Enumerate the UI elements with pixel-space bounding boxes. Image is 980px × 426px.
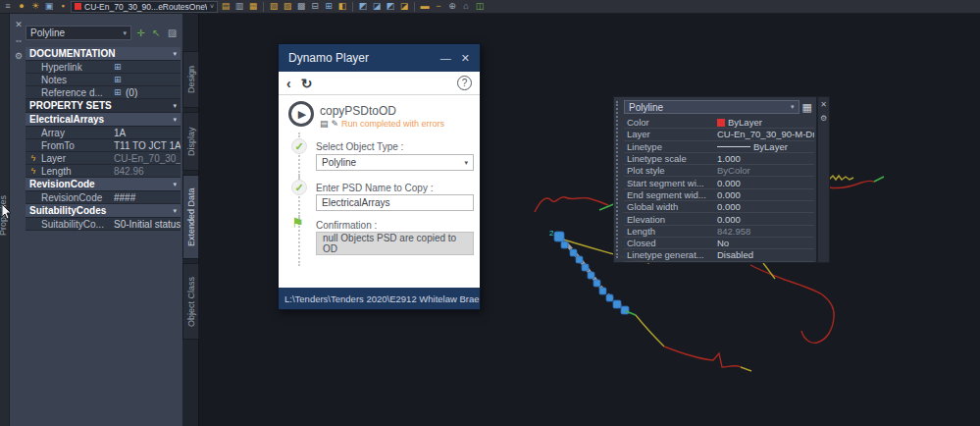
- tab-object-class[interactable]: Object Class: [182, 263, 199, 340]
- lineweight-icon[interactable]: −: [433, 1, 444, 13]
- turn-all-layers-on-icon[interactable]: ⊞: [323, 1, 335, 13]
- section-revision-code[interactable]: RevisionCode ▾: [26, 178, 181, 191]
- table-icon[interactable]: ⊞: [114, 62, 126, 72]
- palette-settings-icon[interactable]: ⚙: [15, 51, 23, 61]
- mouse-cursor: [1, 204, 13, 220]
- object-type-value: Polyline: [30, 27, 65, 38]
- close-icon[interactable]: ✕: [820, 100, 827, 109]
- vp-lock-icon[interactable]: ◩: [385, 1, 396, 13]
- psd-name-input[interactable]: [316, 194, 474, 211]
- edit-icon[interactable]: ✎: [332, 119, 339, 129]
- dialog-titlebar[interactable]: Dynamo Player — ✕: [279, 44, 480, 72]
- collapse-icon: ▾: [173, 102, 177, 110]
- property-row[interactable]: Array 1A: [26, 127, 181, 139]
- close-icon[interactable]: ✕: [461, 52, 470, 65]
- autohide-icon[interactable]: ⇔: [15, 35, 24, 45]
- output-icon[interactable]: ▤: [320, 119, 329, 129]
- gear-icon[interactable]: ⚙: [820, 114, 827, 123]
- toolbar-separator: [263, 2, 264, 12]
- qp-row[interactable]: Layer CU-En_70_30_90-M-Dn_CableR...: [624, 129, 814, 140]
- collapse-icon: ▾: [173, 207, 177, 215]
- toggle-pickadd-icon[interactable]: ✛: [134, 27, 147, 39]
- collapse-icon: ▾: [173, 116, 177, 124]
- section-documentation[interactable]: DOCUMENTATION ▾: [26, 47, 181, 61]
- isolate-layer-icon[interactable]: ▧: [268, 1, 280, 13]
- match-layer-icon[interactable]: ▥: [233, 1, 245, 13]
- script-path: L:\Tenders\Tenders 2020\E2912 Whitelaw B…: [284, 293, 480, 304]
- back-icon[interactable]: ‹: [286, 77, 291, 90]
- qp-row[interactable]: Linetype scale 1.000: [624, 153, 814, 165]
- autocad-window: 2 ≡ ● ☀ ▣ ▪ CU-En_70_30_90...eRoutesOneW…: [0, 0, 980, 426]
- query-icon[interactable]: ⊕: [446, 1, 458, 13]
- chevron-down-icon: ▾: [464, 159, 468, 167]
- play-button[interactable]: ▶: [288, 101, 314, 127]
- qp-row[interactable]: Closed No: [624, 238, 814, 249]
- palette-grip[interactable]: [616, 101, 619, 258]
- properties-palette-titlebar[interactable]: Properties: [0, 14, 10, 426]
- layer-lock-icon[interactable]: ▪: [57, 1, 69, 13]
- qp-row[interactable]: Start segment wi... 0.000: [624, 177, 814, 188]
- vp-unlock-icon[interactable]: ◪: [398, 1, 410, 13]
- table-icon[interactable]: ⊞: [114, 75, 126, 84]
- property-list-icon[interactable]: ▦: [802, 101, 812, 114]
- qp-row[interactable]: Elevation 0.000: [624, 213, 814, 225]
- property-row[interactable]: Hyperlink ⊞: [26, 61, 181, 74]
- section-property-sets[interactable]: PROPERTY SETS ▾: [26, 99, 181, 113]
- layer-previous-icon[interactable]: ▦: [247, 1, 259, 13]
- object-type-dropdown[interactable]: Polyline ▾: [316, 154, 474, 171]
- collapse-icon: ▾: [173, 181, 177, 188]
- layer-freeze-icon[interactable]: ☀: [29, 1, 41, 13]
- qp-row[interactable]: Linetype ByLayer: [624, 141, 814, 153]
- make-current-icon[interactable]: ▤: [220, 1, 232, 13]
- qp-row[interactable]: Length 842.958: [624, 226, 814, 238]
- dialog-toolbar: ‹ ↻ ?: [279, 72, 480, 95]
- dialog-statusbar: L:\Tenders\Tenders 2020\E2912 Whitelaw B…: [279, 288, 480, 309]
- tab-design[interactable]: Design: [182, 51, 199, 108]
- run-status: ▤ ✎ Run completed with errors: [320, 119, 444, 129]
- select-objects-icon[interactable]: ↖: [150, 27, 163, 39]
- qp-row[interactable]: Color ByLayer: [624, 117, 814, 129]
- property-row[interactable]: FromTo T11 TO JCT 1A: [26, 139, 181, 152]
- tab-extended-data[interactable]: Extended Data: [182, 175, 199, 259]
- off-object-layer-icon[interactable]: ⊟: [309, 1, 321, 13]
- property-row[interactable]: ϟ Length 842.96: [26, 165, 181, 178]
- auto-value-icon[interactable]: ϟ: [26, 153, 41, 163]
- tab-display[interactable]: Display: [182, 112, 199, 171]
- section-electrical-arrays[interactable]: ElectricalArrays ▾: [26, 113, 181, 127]
- auto-value-icon[interactable]: ϟ: [26, 166, 41, 176]
- flag-icon: ⚑: [291, 215, 304, 231]
- property-row[interactable]: SuitabilityCo... S0-Initial status o...: [26, 218, 181, 231]
- hatch-icon[interactable]: ⌂: [460, 1, 472, 13]
- linetype-icon[interactable]: ▬: [419, 1, 431, 13]
- table-icon[interactable]: ⊞: [114, 87, 126, 97]
- layer-list-icon[interactable]: ≡: [2, 1, 14, 13]
- freeze-object-layer-icon[interactable]: ▩: [295, 1, 307, 13]
- table-style-icon[interactable]: ◫: [474, 1, 486, 13]
- layer-vp-freeze-icon[interactable]: ▣: [43, 1, 55, 13]
- thaw-all-layers-icon[interactable]: ◧: [336, 1, 348, 13]
- quick-select-icon[interactable]: ▨: [166, 27, 179, 39]
- toolbar-separator: [352, 2, 353, 12]
- layer-color-swatch: [75, 3, 81, 10]
- property-row[interactable]: Notes ⊞: [26, 74, 181, 86]
- close-icon[interactable]: ✕: [15, 20, 23, 29]
- qp-row[interactable]: End segment wid... 0.000: [624, 189, 814, 201]
- refresh-icon[interactable]: ↻: [301, 77, 313, 90]
- lock-object-layer-icon[interactable]: ◩: [357, 1, 369, 13]
- help-icon[interactable]: ?: [457, 76, 472, 90]
- qp-object-type-selector[interactable]: Polyline ▾: [624, 100, 799, 114]
- property-row[interactable]: Reference d... ⊞ (0): [26, 86, 181, 99]
- qp-row[interactable]: Global width 0.000: [624, 201, 814, 213]
- dialog-title: Dynamo Player: [288, 51, 369, 65]
- qp-row[interactable]: Linetype generat... Disabled: [624, 249, 814, 261]
- unlock-object-layer-icon[interactable]: ◪: [371, 1, 383, 13]
- layer-on-icon[interactable]: ●: [16, 1, 27, 13]
- property-row[interactable]: RevisionCode ####: [26, 191, 181, 204]
- unisolate-layer-icon[interactable]: ▨: [282, 1, 293, 13]
- object-type-selector[interactable]: Polyline ▾: [26, 26, 131, 40]
- layer-dropdown[interactable]: CU-En_70_30_90...eRoutesOneWay ˅: [71, 1, 218, 13]
- qp-row[interactable]: Plot style ByColor: [624, 165, 814, 177]
- property-row[interactable]: ϟ Layer CU-En_70_30_90...: [26, 152, 181, 165]
- minimize-icon[interactable]: —: [440, 52, 451, 65]
- section-suitability-codes[interactable]: SuitabilityCodes ▾: [26, 204, 181, 218]
